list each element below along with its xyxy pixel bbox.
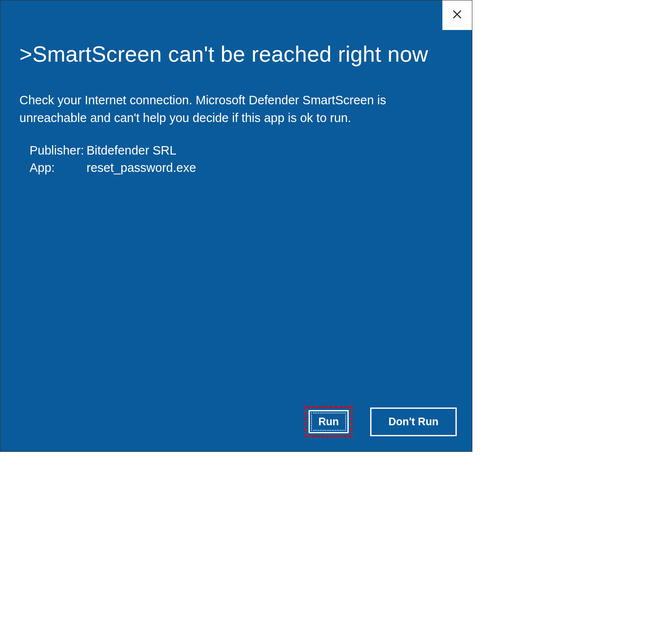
publisher-value: Bitdefender SRL (87, 144, 453, 158)
close-icon (452, 9, 462, 21)
app-row: App: reset_password.exe (30, 161, 453, 175)
title-prefix: > (19, 42, 33, 66)
run-highlight: Run (305, 406, 352, 437)
publisher-row: Publisher: Bitdefender SRL (30, 144, 453, 158)
dont-run-button[interactable]: Don't Run (370, 408, 457, 436)
smartscreen-dialog: >SmartScreen can't be reached right now … (0, 0, 472, 452)
dialog-title: >SmartScreen can't be reached right now (19, 41, 453, 68)
run-button[interactable]: Run (309, 410, 349, 433)
button-row: Run Don't Run (305, 406, 457, 437)
app-details: Publisher: Bitdefender SRL App: reset_pa… (19, 144, 453, 175)
title-text: SmartScreen can't be reached right now (33, 42, 428, 66)
publisher-label: Publisher: (30, 144, 87, 158)
close-button[interactable] (442, 0, 472, 30)
dialog-body: Check your Internet connection. Microsof… (19, 91, 453, 127)
app-label: App: (30, 161, 87, 175)
app-value: reset_password.exe (87, 161, 453, 175)
